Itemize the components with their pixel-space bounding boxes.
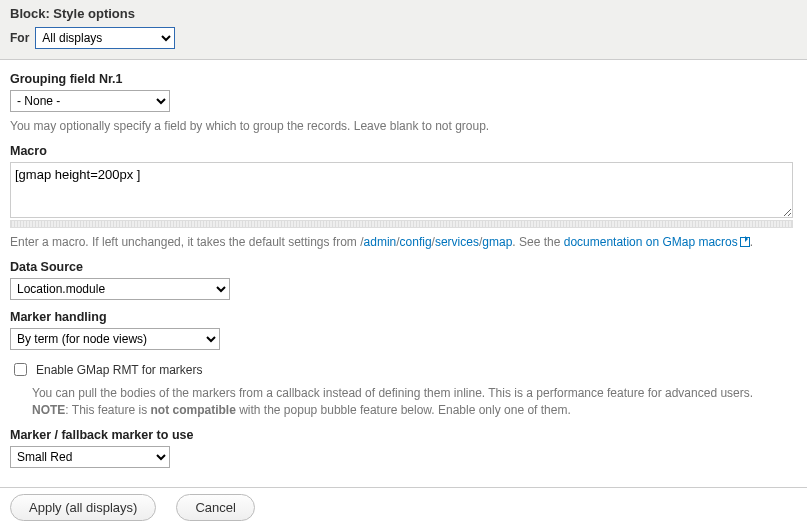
resize-grip-icon[interactable] [10,220,793,228]
macro-desc-prefix: Enter a macro. If left unchanged, it tak… [10,235,360,249]
path-services-link[interactable]: services [435,235,479,249]
apply-button[interactable]: Apply (all displays) [10,494,156,521]
fallback-select[interactable]: Small Red [10,446,170,468]
macro-desc: Enter a macro. If left unchanged, it tak… [10,234,793,250]
marker-handling-select[interactable]: By term (for node views) [10,328,220,350]
for-label: For [10,31,29,45]
rmt-section: Enable GMap RMT for markers You can pull… [10,360,793,417]
rmt-desc: You can pull the bodies of the markers f… [10,385,793,417]
macro-label: Macro [10,144,793,158]
path-gmap-link[interactable]: gmap [482,235,512,249]
grouping-section: Grouping field Nr.1 - None - You may opt… [10,72,793,134]
cancel-button[interactable]: Cancel [176,494,254,521]
rmt-checkbox[interactable] [14,363,27,376]
rmt-checkbox-label: Enable GMap RMT for markers [36,363,203,377]
dialog-header: Block: Style options For All displays [0,0,807,60]
rmt-not-compat: not compatible [151,403,236,417]
data-source-section: Data Source Location.module [10,260,793,300]
rmt-desc-b: : This feature is [65,403,150,417]
path-config-link[interactable]: config [400,235,432,249]
grouping-desc: You may optionally specify a field by wh… [10,118,793,134]
rmt-desc-c: with the popup bubble feature below. Ena… [236,403,571,417]
rmt-desc-a: You can pull the bodies of the markers f… [32,386,753,400]
grouping-label: Grouping field Nr.1 [10,72,793,86]
macro-doc-link[interactable]: documentation on GMap macros [564,235,738,249]
dialog-footer: Apply (all displays) Cancel [0,487,807,527]
path-admin-link[interactable]: admin [364,235,397,249]
data-source-label: Data Source [10,260,793,274]
dialog-title: Block: Style options [10,6,797,21]
macro-textarea[interactable] [10,162,793,218]
data-source-select[interactable]: Location.module [10,278,230,300]
macro-path: /admin/config/services/gmap [360,235,512,249]
overflow-spacer [10,468,793,485]
fallback-label: Marker / fallback marker to use [10,428,793,442]
marker-handling-section: Marker handling By term (for node views) [10,310,793,350]
for-select[interactable]: All displays [35,27,175,49]
dialog-body-scroll[interactable]: Grouping field Nr.1 - None - You may opt… [0,60,807,485]
fallback-section: Marker / fallback marker to use Small Re… [10,428,793,468]
grouping-select[interactable]: - None - [10,90,170,112]
macro-desc-mid: . See the [512,235,563,249]
external-link-icon [740,237,750,247]
rmt-note-label: NOTE [32,403,65,417]
macro-section: Macro Enter a macro. If left unchanged, … [10,144,793,250]
marker-handling-label: Marker handling [10,310,793,324]
for-row: For All displays [10,27,797,49]
